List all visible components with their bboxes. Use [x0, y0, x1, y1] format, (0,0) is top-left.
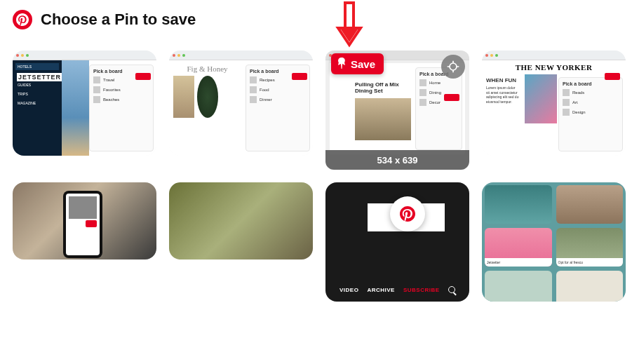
site-brand: THE NEW YORKER	[482, 60, 626, 73]
mini-save-badge	[86, 220, 97, 227]
svg-rect-0	[345, 3, 354, 29]
dimensions-label: 534 x 639	[325, 150, 469, 170]
mini-save-badge	[135, 73, 151, 80]
expand-button[interactable]	[441, 55, 465, 79]
page-title: Choose a Pin to save	[41, 11, 196, 29]
site-brand: JETSETTER	[17, 73, 62, 81]
site-content: Pulling Off a Mix Dining Set	[330, 63, 415, 154]
mini-save-badge	[292, 73, 307, 80]
pin-icon	[337, 58, 347, 70]
pin-collage-grid: Jetsetter Opt for al fresco	[482, 182, 626, 302]
browser-chrome-bar	[169, 50, 313, 60]
search-icon	[448, 286, 455, 293]
browser-chrome-bar	[13, 50, 156, 60]
pick-board-panel: Pick a board Home Dining Decor	[415, 67, 462, 150]
browser-chrome-bar	[482, 50, 626, 60]
pin-thumbnail-extension[interactable]: VIDEO ARCHIVE SUBSCRIBE	[325, 182, 469, 302]
mini-save-badge	[605, 73, 620, 80]
pin-grid: JETSETTER HOTELS DEALS GUIDES TRIPS MAGA…	[0, 35, 632, 317]
save-button-label: Save	[351, 58, 375, 70]
pin-thumbnail-phone[interactable]	[13, 182, 156, 259]
save-button[interactable]: Save	[331, 53, 384, 74]
pinterest-extension-icon	[390, 196, 425, 231]
pin-thumbnail-collage[interactable]: Jetsetter Opt for al fresco	[482, 182, 626, 302]
pick-board-panel: Pick a board Reads Art Design	[558, 77, 623, 151]
expand-icon	[446, 60, 460, 74]
annotation-arrow	[335, 1, 363, 48]
site-content: Fig & Honey	[169, 60, 246, 156]
site-nav: VIDEO ARCHIVE SUBSCRIBE	[339, 286, 455, 293]
pin-thumbnail-fighoney[interactable]: Fig & Honey Pick a board Recipes Food Di…	[169, 50, 313, 156]
pin-thumbnail-picnic[interactable]	[169, 182, 313, 259]
pin-thumbnail-hovered[interactable]: Save Pulling Off a Mix Dining Set Pick a…	[325, 50, 469, 170]
svg-point-1	[450, 63, 457, 70]
phone-mockup	[63, 191, 102, 258]
pinterest-logo-icon	[13, 10, 32, 29]
mini-save-badge	[444, 94, 459, 101]
pin-thumbnail-newyorker[interactable]: THE NEW YORKER WHEN FUN Lorem ipsum dolo…	[482, 50, 626, 156]
hero-image	[62, 60, 89, 156]
article-body: WHEN FUN Lorem ipsum dolor sit amet cons…	[482, 73, 523, 156]
pin-thumbnail-jetsetter[interactable]: JETSETTER HOTELS DEALS GUIDES TRIPS MAGA…	[13, 50, 156, 156]
